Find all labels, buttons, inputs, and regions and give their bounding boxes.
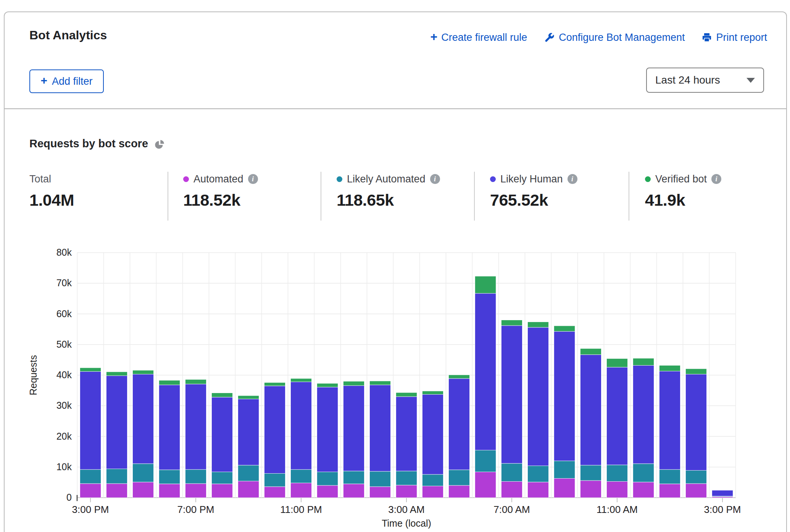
info-icon[interactable]: i: [248, 174, 258, 184]
stat-total-value: 1.04M: [29, 191, 74, 210]
svg-text:20k: 20k: [56, 431, 72, 442]
stats-divider: [321, 172, 321, 221]
stat-automated-label: Automated: [193, 173, 243, 185]
stat-likely-human-value: 765.52k: [490, 191, 577, 210]
time-range-select[interactable]: Last 24 hours: [646, 68, 764, 93]
svg-text:Time (local): Time (local): [382, 518, 431, 529]
stat-verified-bot: Verified bot i 41.9k: [645, 172, 721, 210]
stat-likely-human-label: Likely Human: [500, 173, 563, 185]
header-divider: [5, 108, 786, 109]
pie-chart-icon: [154, 139, 164, 150]
svg-text:80k: 80k: [56, 247, 72, 258]
svg-text:50k: 50k: [56, 339, 72, 350]
stats-divider: [168, 172, 168, 221]
automated-dot-icon: [183, 176, 189, 182]
info-icon[interactable]: i: [711, 174, 721, 184]
add-filter-label: Add filter: [52, 76, 93, 87]
svg-text:11:00 AM: 11:00 AM: [597, 504, 638, 515]
create-firewall-rule-link[interactable]: + Create firewall rule: [430, 31, 527, 44]
svg-text:3:00 PM: 3:00 PM: [72, 504, 109, 515]
configure-bot-management-label: Configure Bot Management: [559, 32, 685, 44]
svg-text:30k: 30k: [56, 400, 72, 411]
stat-total-label: Total: [29, 173, 51, 185]
stats-divider: [474, 172, 475, 221]
svg-text:Requests: Requests: [28, 355, 39, 395]
likely-human-dot-icon: [490, 176, 496, 182]
chevron-down-icon: [746, 78, 755, 83]
stats-divider: [629, 172, 629, 221]
header-actions: + Create firewall rule Configure Bot Man…: [430, 31, 767, 44]
stat-verified-bot-label: Verified bot: [655, 173, 707, 185]
stat-verified-bot-value: 41.9k: [645, 191, 721, 210]
stacked-bar-chart-svg: 010k20k30k40k50k60k70k80k3:00 PM7:00 PM1…: [24, 245, 769, 532]
bot-analytics-page: Bot Analytics + Create firewall rule Con…: [0, 0, 790, 532]
stat-likely-human: Likely Human i 765.52k: [490, 172, 577, 210]
stat-likely-automated-label: Likely Automated: [347, 173, 426, 185]
svg-text:11:00 PM: 11:00 PM: [280, 504, 322, 515]
verified-bot-dot-icon: [645, 176, 651, 182]
info-icon[interactable]: i: [568, 174, 577, 184]
time-range-value: Last 24 hours: [655, 74, 720, 86]
configure-bot-management-link[interactable]: Configure Bot Management: [544, 32, 685, 44]
print-report-label: Print report: [716, 32, 767, 44]
add-filter-button[interactable]: + Add filter: [29, 69, 104, 93]
svg-text:7:00 PM: 7:00 PM: [177, 504, 214, 515]
likely-automated-dot-icon: [337, 176, 342, 182]
svg-text:0: 0: [66, 492, 72, 503]
stat-total: Total 1.04M: [29, 172, 74, 210]
svg-text:60k: 60k: [56, 308, 72, 319]
page-title: Bot Analytics: [29, 28, 107, 42]
svg-text:7:00 AM: 7:00 AM: [493, 504, 530, 515]
plus-icon: +: [40, 75, 47, 86]
stat-likely-automated-value: 118.65k: [337, 191, 440, 210]
section-title: Requests by bot score: [29, 137, 164, 150]
svg-text:3:00 AM: 3:00 AM: [388, 504, 424, 515]
print-report-link[interactable]: Print report: [701, 32, 767, 44]
stat-likely-automated: Likely Automated i 118.65k: [337, 172, 440, 210]
bot-analytics-card: Bot Analytics + Create firewall rule Con…: [4, 11, 787, 532]
printer-icon: [701, 32, 712, 43]
plus-icon: +: [430, 31, 437, 43]
section-title-text: Requests by bot score: [29, 137, 148, 150]
info-icon[interactable]: i: [430, 174, 440, 184]
svg-text:70k: 70k: [56, 277, 72, 288]
requests-by-bot-score-chart: 010k20k30k40k50k60k70k80k3:00 PM7:00 PM1…: [24, 245, 769, 532]
wrench-icon: [544, 32, 555, 43]
create-firewall-rule-label: Create firewall rule: [441, 32, 527, 44]
svg-text:3:00 PM: 3:00 PM: [704, 504, 741, 515]
svg-text:10k: 10k: [56, 461, 72, 472]
stat-automated: Automated i 118.52k: [183, 172, 258, 210]
stat-automated-value: 118.52k: [183, 191, 258, 210]
svg-text:40k: 40k: [56, 369, 72, 380]
